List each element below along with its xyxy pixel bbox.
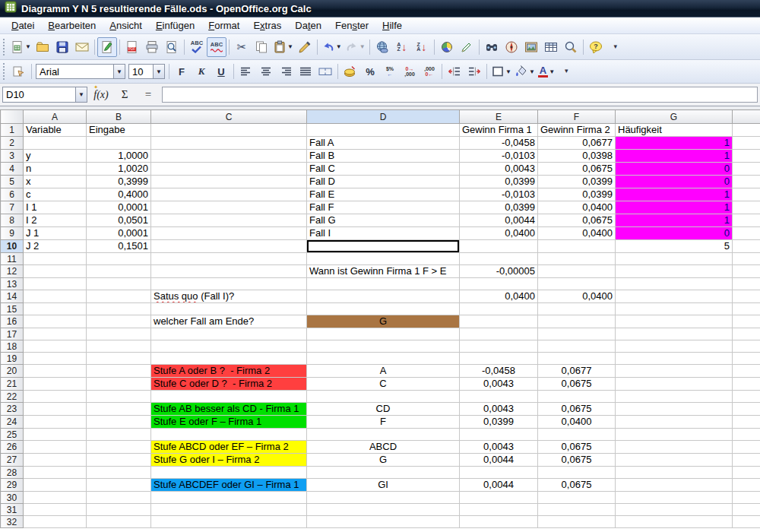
cell-C14[interactable]: Satus quo (Fall I)?: [151, 290, 307, 303]
cell-H22[interactable]: [733, 391, 760, 403]
cell-D31[interactable]: [307, 504, 460, 516]
cell-H3[interactable]: [733, 150, 760, 163]
cell-E12[interactable]: -0,00005: [460, 265, 538, 278]
cell-C26[interactable]: Stufe ABCD oder EF – Firma 2: [151, 441, 307, 454]
cell-F13[interactable]: [538, 278, 616, 290]
cell-G28[interactable]: [616, 467, 733, 479]
cell-H21[interactable]: [733, 378, 760, 391]
cell-A4[interactable]: n: [24, 163, 87, 176]
cell-B28[interactable]: [87, 467, 151, 479]
cell-A12[interactable]: [24, 265, 87, 278]
sum-button[interactable]: Σ: [115, 85, 135, 105]
paste-button[interactable]: ▼: [271, 37, 295, 57]
cell-D1[interactable]: [307, 124, 460, 137]
cell-F16[interactable]: [538, 315, 616, 328]
cell-F11[interactable]: [538, 253, 616, 265]
cell-D30[interactable]: [307, 492, 460, 504]
cell-D10[interactable]: [307, 240, 460, 253]
function-wizard-button[interactable]: ✦f(x): [91, 85, 111, 105]
cell-G8[interactable]: 1: [616, 214, 733, 227]
formula-input-line[interactable]: [162, 87, 758, 103]
cell-E28[interactable]: [460, 467, 538, 479]
hyperlink-button[interactable]: [372, 37, 392, 57]
number-format-currency-button[interactable]: [340, 62, 360, 81]
cell-G13[interactable]: [616, 278, 733, 290]
cell-A32[interactable]: [24, 516, 87, 528]
cell-A5[interactable]: x: [24, 176, 87, 188]
cell-B27[interactable]: [87, 454, 151, 467]
cell-G5[interactable]: 0: [616, 176, 733, 188]
cell-A14[interactable]: [24, 290, 87, 303]
formula-button[interactable]: =: [138, 85, 158, 105]
cell-E14[interactable]: 0,0400: [460, 290, 538, 303]
cell-B30[interactable]: [87, 492, 151, 504]
row-header-13[interactable]: 13: [1, 278, 24, 290]
column-header-A[interactable]: A: [24, 110, 87, 124]
cell-C3[interactable]: [151, 150, 307, 163]
cell-H32[interactable]: [733, 516, 760, 528]
cell-G18[interactable]: [616, 340, 733, 353]
cell-C23[interactable]: Stufe AB besser als CD - Firma 1: [151, 403, 307, 416]
cell-B20[interactable]: [87, 365, 151, 378]
cell-A2[interactable]: [24, 137, 87, 150]
cell-B16[interactable]: [87, 315, 151, 328]
cell-B3[interactable]: 1,0000: [87, 150, 151, 163]
cell-A25[interactable]: [24, 429, 87, 441]
cell-C16[interactable]: welcher Fall am Ende?: [151, 315, 307, 328]
cell-B1[interactable]: Eingabe: [87, 124, 151, 137]
cell-G32[interactable]: [616, 516, 733, 528]
cell-G30[interactable]: [616, 492, 733, 504]
cell-A28[interactable]: [24, 467, 87, 479]
cell-A22[interactable]: [24, 391, 87, 403]
cell-B24[interactable]: [87, 416, 151, 429]
cell-F1[interactable]: Gewinn Firma 2: [538, 124, 616, 137]
cell-B6[interactable]: 0,4000: [87, 188, 151, 201]
cell-D6[interactable]: Fall E: [307, 188, 460, 201]
cell-D18[interactable]: [307, 340, 460, 353]
cell-H1[interactable]: [733, 124, 760, 137]
cell-G1[interactable]: Häufigkeit: [616, 124, 733, 137]
cell-F20[interactable]: 0,0677: [538, 365, 616, 378]
cell-H4[interactable]: [733, 163, 760, 176]
row-header-16[interactable]: 16: [1, 315, 24, 328]
new-document-button[interactable]: ▼: [9, 37, 33, 57]
number-format-standard-button[interactable]: $%←: [380, 62, 400, 81]
row-header-4[interactable]: 4: [1, 163, 24, 176]
cell-G6[interactable]: 1: [616, 188, 733, 201]
number-format-percent-button[interactable]: %: [360, 62, 380, 81]
cell-D14[interactable]: [307, 290, 460, 303]
cell-E25[interactable]: [460, 429, 538, 441]
cell-H15[interactable]: [733, 303, 760, 315]
cell-H24[interactable]: [733, 416, 760, 429]
dropdown-arrow-icon[interactable]: ▼: [549, 68, 555, 75]
row-header-5[interactable]: 5: [1, 176, 24, 188]
cell-A19[interactable]: [24, 353, 87, 365]
cell-D23[interactable]: CD: [307, 403, 460, 416]
cell-C2[interactable]: [151, 137, 307, 150]
cell-A7[interactable]: I 1: [24, 201, 87, 214]
print-button[interactable]: [142, 37, 162, 57]
cell-F15[interactable]: [538, 303, 616, 315]
cell-G22[interactable]: [616, 391, 733, 403]
cell-E16[interactable]: [460, 315, 538, 328]
cell-D22[interactable]: [307, 391, 460, 403]
cell-G26[interactable]: [616, 441, 733, 454]
cell-A15[interactable]: [24, 303, 87, 315]
cell-C4[interactable]: [151, 163, 307, 176]
cell-H23[interactable]: [733, 403, 760, 416]
cell-H2[interactable]: [733, 137, 760, 150]
cell-F4[interactable]: 0,0675: [538, 163, 616, 176]
open-button[interactable]: [33, 37, 52, 57]
row-header-1[interactable]: 1: [1, 124, 24, 137]
font-size-combobox[interactable]: 10▼: [128, 64, 165, 79]
format-paintbrush-button[interactable]: [295, 37, 315, 57]
cell-E17[interactable]: [460, 328, 538, 340]
row-header-29[interactable]: 29: [1, 479, 24, 492]
send-email-button[interactable]: [72, 37, 92, 57]
dropdown-arrow-icon[interactable]: ▼: [505, 68, 511, 75]
title-bar[interactable]: Diagramm Y N 5 resultierende Fälle.ods -…: [0, 0, 760, 17]
insert-chart-button[interactable]: [437, 37, 457, 57]
cell-B7[interactable]: 0,0001: [87, 201, 151, 214]
cell-H30[interactable]: [733, 492, 760, 504]
styles-window-button[interactable]: [9, 62, 29, 81]
